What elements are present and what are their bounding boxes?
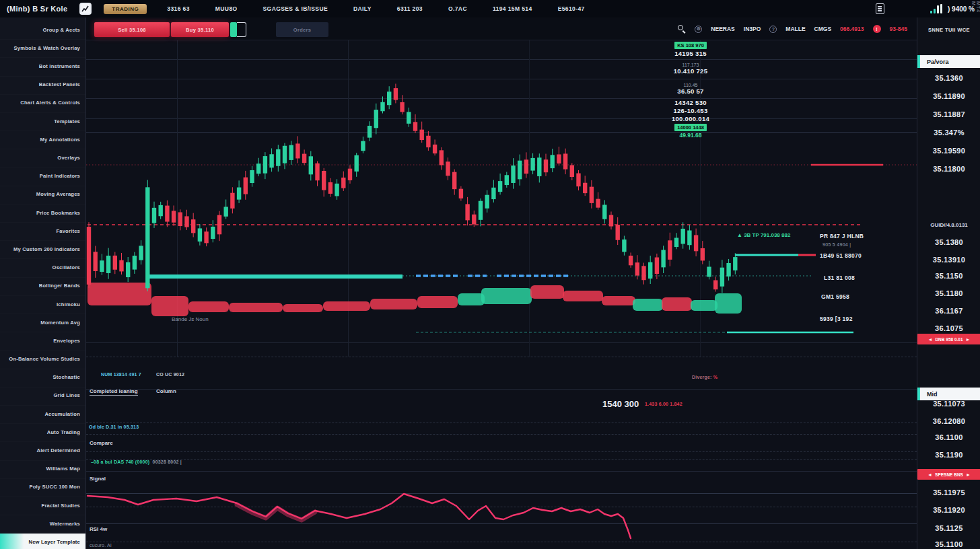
sidebar-item[interactable]: My Annotations [0,131,85,149]
settings-icon[interactable]: ⚙ [695,26,702,33]
indicator-big-value: 1540 300 [602,399,639,409]
pane-title[interactable]: Compare [90,440,113,446]
topbar-item[interactable]: O.7AC [448,5,467,12]
sidebar-item[interactable]: Backtest Panels [0,77,85,95]
topbar-item[interactable]: SGAGSES & IB/ISSUE [263,5,328,12]
price-label-column: 110.45 36.50 57 [660,83,722,96]
sidebar-item[interactable]: Templates [0,113,85,131]
candlestick-chart[interactable] [86,40,917,549]
price-label-column: KS 108 970 14195 315 [660,38,722,58]
sidebar-item[interactable]: Williams Map [0,461,85,479]
trading-button[interactable]: TRADING [104,4,147,14]
app-logo-icon[interactable] [79,3,92,15]
price-chip: KS 108 970 [674,42,707,49]
diverge-label: Diverge: % [692,375,718,379]
menu-item-3[interactable]: MALLE [785,26,805,32]
price-small: 117.173 [660,63,722,67]
pane-title[interactable]: Completed leaning [90,388,138,396]
sidebar-item[interactable]: Alert Determined [0,442,85,460]
tp-annotation: ▲ 3B TP 791.038 882 [737,232,790,238]
price-chip: 14000 1448 [674,124,707,131]
sidebar-item[interactable]: Bot Instruments [0,58,85,76]
order-button[interactable]: ◄SPESNE BNS► [917,469,980,480]
price-level: 35.1125 [917,524,980,532]
chart-note: Bande Js Noun [172,316,209,322]
topbar-item[interactable]: MUU8O [215,5,238,12]
menu-item-2[interactable]: IN3PO [744,26,761,32]
sidebar-item[interactable]: My Custom 200 Indicators [0,241,85,259]
menu-item-1[interactable]: NEERAS [711,26,734,32]
sidebar-item[interactable]: Envelopes [0,332,85,351]
sidebar-item[interactable]: Fractal Studies [0,497,85,515]
sidebar-item[interactable]: Chart Alerts & Controls [0,95,85,113]
buy-button[interactable]: Buy 35.110 [171,22,229,37]
panel-icon[interactable] [876,3,884,14]
signal-bars-icon [930,4,942,13]
sidebar-item[interactable]: Watermarks [0,515,85,534]
alert-value: 066.4913 [840,26,864,32]
sidebar-item-highlighted[interactable]: New Layer Template [0,534,85,549]
chart-workspace: Sell 35.108 Buy 35.110 Orders ⚙ NEERAS I… [86,17,917,549]
price-level: 35.1360 [917,74,980,82]
price-green-value: 49.91.68 [660,132,722,139]
sidebar-item[interactable]: Paint Indicators [0,168,85,186]
price-level: 35.11887 [917,110,980,118]
price-label-column: 14000 1448 49.91.68 [660,120,722,139]
topbar-menu: 3316 63MUU8OSGAGSES & IB/ISSUEDAILY6311 … [167,5,584,12]
topbar-item[interactable]: E5610-47 [558,5,585,12]
price-value: 10.410 725 [660,67,722,75]
topbar-item[interactable]: 3316 63 [167,5,190,12]
sidebar-item[interactable]: Group & Accts [0,22,85,40]
price-value: 36.50 57 [660,87,722,96]
price-level: 36.1075 [917,324,980,332]
selected-row[interactable]: Pa/vora [917,55,980,68]
price-value: 14342 530 [660,99,722,107]
pane-title[interactable]: Signal [90,476,106,482]
price-value: 14195 315 [660,50,722,58]
menu-item-4[interactable]: CMGS [814,26,832,32]
price-level: 35.13910 [917,256,980,264]
sidebar-item[interactable]: Auto Trading [0,424,85,442]
pane-title[interactable]: RSI 4w [90,526,107,532]
topbar-item[interactable]: DAILY [353,5,372,12]
price-label-column: 117.173 10.410 725 [660,63,722,75]
price-level: 36.1167 [917,307,980,315]
topbar-item[interactable]: 6311 203 [397,5,423,12]
selected-row[interactable]: Mid [917,388,980,400]
price-level: 36.12080 [917,417,980,425]
orders-button[interactable]: Orders [276,22,328,37]
top-bar: (Minb) B Sr Kole TRADING 3316 63MUU8OSGA… [0,0,980,17]
sidebar-item[interactable]: Oscillators [0,259,85,277]
side-vertical-label: MT4 M [971,1,980,17]
topbar-item[interactable]: 1194 15M 514 [493,5,532,12]
sidebar-item[interactable]: Overlays [0,149,85,168]
sidebar-item[interactable]: Stochastic [0,369,85,388]
sell-button[interactable]: Sell 35.108 [94,22,170,37]
sidebar-item[interactable]: Symbols & Watch Overlay [0,40,85,58]
panel-header: SNNE TUII WCE [917,27,980,33]
order-size-box[interactable] [237,22,246,37]
sidebar-item[interactable]: On-Balance Volume Studies [0,351,85,369]
level-label: L31 81 008 [824,274,855,281]
sidebar-item[interactable]: Grid Lines [0,388,85,406]
notification-badge[interactable]: ! [873,25,881,33]
price-level: 35.11890 [917,92,980,100]
sidebar-item[interactable]: Bollinger Bands [0,278,85,296]
level-label: 5939 [3 192 [820,316,853,322]
price-level: 35.1190 [917,451,980,459]
sidebar-item[interactable]: Ichimoku [0,296,85,314]
sidebar-item[interactable]: Price Bookmarks [0,205,85,223]
pane-title-2[interactable]: Column [156,388,176,394]
sidebar-item[interactable]: Accumulation [0,406,85,424]
price-level: 35.1100 [917,540,980,548]
sidebar-item[interactable]: Favorites [0,223,85,241]
order-button[interactable]: ◄DNB 958 0.01► [917,334,980,344]
sidebar-item[interactable]: Moving Averages [0,186,85,205]
price-level: 35.11800 [917,165,980,173]
search-icon[interactable] [678,25,686,33]
price-value: 126-10.453 [660,107,722,115]
sidebar-item[interactable]: Momentum Avg [0,314,85,332]
help-icon[interactable]: ? [769,26,777,33]
indicator-values-teal: NUM 13814 491 7 [101,372,141,377]
sidebar-item[interactable]: Poly SUCC 100 Mon [0,479,85,497]
